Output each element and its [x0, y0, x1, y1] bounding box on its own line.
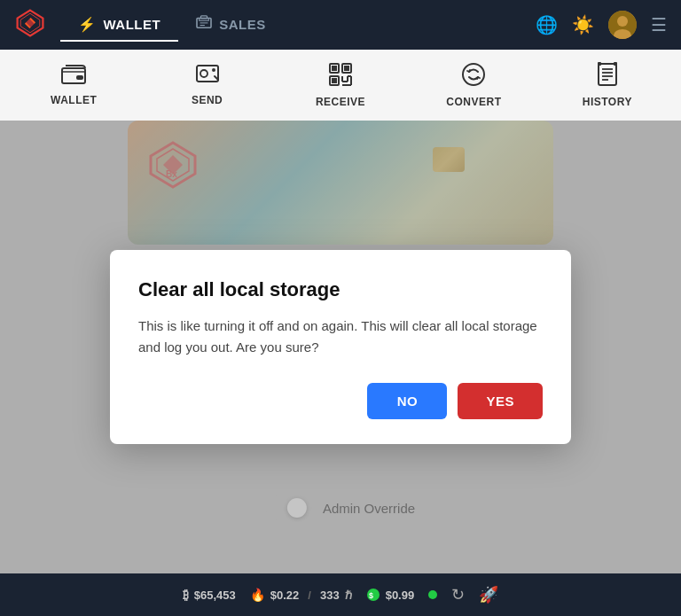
- hbd-price-item: $ $0.99: [366, 588, 415, 602]
- hive-icon: 🔥: [250, 588, 265, 602]
- nav-tab-sales[interactable]: SALES: [178, 8, 284, 42]
- wallet-nav-icon: [61, 64, 86, 90]
- svg-rect-21: [332, 78, 337, 83]
- svg-rect-4: [201, 16, 207, 19]
- nav-tab-sales-label: SALES: [219, 17, 266, 32]
- send-nav-icon: [195, 64, 220, 90]
- btc-price-item: ₿ $65,453: [183, 588, 236, 602]
- sec-nav-wallet[interactable]: WALLET: [7, 64, 140, 106]
- sales-tab-icon: [196, 15, 212, 33]
- logo[interactable]: [14, 7, 53, 43]
- clear-storage-dialog: Clear all local storage This is like tur…: [110, 250, 571, 444]
- yes-button[interactable]: YES: [458, 383, 543, 419]
- history-nav-icon: [595, 62, 620, 92]
- svg-rect-34: [598, 62, 601, 66]
- nav-right-area: 🌐 ☀️ ☰: [536, 11, 667, 39]
- svg-point-13: [200, 70, 207, 77]
- dialog-actions: NO YES: [138, 383, 543, 419]
- svg-rect-35: [614, 62, 617, 66]
- hamburger-icon[interactable]: ☰: [651, 14, 667, 35]
- sec-nav-history[interactable]: HISTORY: [541, 62, 674, 108]
- dialog-title: Clear all local storage: [138, 278, 543, 301]
- svg-point-28: [463, 64, 484, 85]
- dialog-body: This is like turning it off and on again…: [138, 316, 543, 358]
- status-indicator: [428, 590, 437, 599]
- bottom-bar: ₿ $65,453 🔥 $0.22 / 333 ℏ $ $0.99 ↻ 🚀: [0, 573, 681, 616]
- btc-price: $65,453: [194, 589, 236, 602]
- main-content: Bx Clear all local storage This is like …: [0, 121, 681, 573]
- hive-price-item: 🔥 $0.22 / 333 ℏ: [250, 588, 352, 602]
- globe-icon[interactable]: 🌐: [536, 14, 558, 35]
- hive-amount: 333: [320, 589, 340, 602]
- wallet-tab-icon: ⚡: [78, 16, 97, 33]
- hive-symbol: ℏ: [345, 589, 352, 602]
- main-nav-tabs: ⚡ WALLET SALES: [60, 8, 528, 42]
- sec-nav-wallet-label: WALLET: [51, 94, 97, 106]
- btc-icon: ₿: [183, 588, 189, 602]
- hbd-icon: $: [366, 588, 380, 602]
- svg-rect-17: [332, 66, 337, 71]
- svg-point-14: [212, 68, 215, 72]
- sec-nav-receive[interactable]: RECEIVE: [274, 62, 407, 108]
- receive-nav-icon: [328, 62, 353, 92]
- nav-tab-wallet[interactable]: ⚡ WALLET: [60, 8, 178, 42]
- refresh-icon[interactable]: ↻: [451, 585, 465, 604]
- sun-icon[interactable]: ☀️: [572, 14, 594, 35]
- svg-text:$: $: [369, 591, 373, 600]
- sec-nav-history-label: HISTORY: [583, 96, 632, 108]
- sec-nav-receive-label: RECEIVE: [316, 96, 365, 108]
- svg-point-8: [617, 16, 628, 27]
- sec-nav-convert-label: CONVERT: [446, 96, 501, 108]
- svg-rect-11: [76, 75, 83, 80]
- svg-rect-19: [344, 66, 349, 71]
- hbd-price: $0.99: [386, 589, 415, 602]
- no-button[interactable]: NO: [367, 383, 447, 419]
- modal-overlay: Clear all local storage This is like tur…: [0, 121, 681, 573]
- top-navigation: ⚡ WALLET SALES 🌐 ☀️: [0, 0, 681, 50]
- hive-price: $0.22: [270, 589, 300, 602]
- svg-rect-29: [599, 64, 616, 85]
- convert-nav-icon: [461, 62, 486, 92]
- divider: /: [308, 589, 311, 602]
- nav-tab-wallet-label: WALLET: [104, 17, 161, 32]
- avatar[interactable]: [608, 11, 637, 39]
- sec-nav-send[interactable]: SEND: [140, 64, 273, 106]
- sec-nav-convert[interactable]: CONVERT: [407, 62, 540, 108]
- sec-nav-send-label: SEND: [192, 94, 223, 106]
- rocket-icon[interactable]: 🚀: [479, 585, 498, 604]
- secondary-navigation: WALLET SEND: [0, 50, 681, 121]
